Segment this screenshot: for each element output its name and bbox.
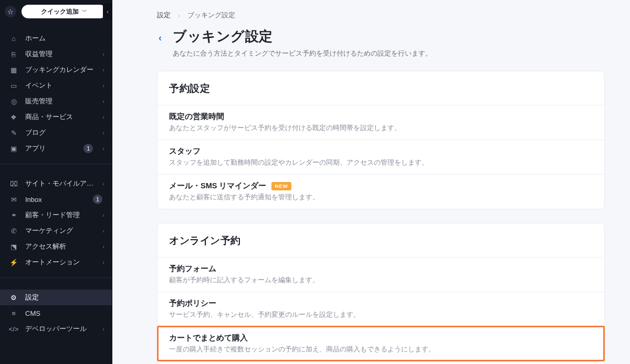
home-icon: ⌂ xyxy=(9,34,18,42)
chevron-left-icon: ‹ xyxy=(159,33,162,43)
chevron-down-icon: ﹀ xyxy=(82,8,87,15)
sales-icon: ◎ xyxy=(9,97,18,105)
ticket-icon: ▭ xyxy=(9,81,18,90)
chevron-right-icon: › xyxy=(178,12,180,19)
chevron-right-icon: › xyxy=(102,228,104,234)
chevron-left-icon: ‹ xyxy=(107,8,109,15)
breadcrumb-current: ブッキング設定 xyxy=(187,10,235,20)
chart-icon: ⬔ xyxy=(9,242,18,251)
sidebar-collapse-button[interactable]: ‹ xyxy=(103,3,112,20)
sidebar-item-label: ブログ xyxy=(25,128,95,137)
breadcrumb: 設定 › ブッキング設定 xyxy=(157,10,605,20)
sidebar-item-sales[interactable]: ◎販売管理› xyxy=(0,93,112,109)
code-icon: </> xyxy=(9,325,18,333)
sidebar-item-label: ブッキングカレンダー xyxy=(25,65,95,74)
sidebar-item-label: 商品・サービス xyxy=(25,112,95,122)
settings-card: 予約設定既定の営業時間あなたとスタッフがサービス予約を受け付ける既定の時間帯を設… xyxy=(157,71,605,209)
sidebar-item-automation[interactable]: ⚡オートメーション› xyxy=(0,254,112,270)
chevron-right-icon: › xyxy=(102,82,104,89)
card-title: 予約設定 xyxy=(158,71,604,105)
settings-row-title: メール・SMS リマインダーNEW xyxy=(169,181,593,191)
sidebar-item-label: アクセス解析 xyxy=(25,242,95,251)
settings-row-title: スタッフ xyxy=(169,146,593,156)
breadcrumb-root[interactable]: 設定 xyxy=(157,10,171,20)
sidebar-item-booking-cal[interactable]: ▦ブッキングカレンダー› xyxy=(0,62,112,78)
sidebar-item-site-mobile[interactable]: ⌧サイト・モバイルアプリ› xyxy=(0,176,112,191)
sidebar-item-crm[interactable]: ⚭顧客・リード管理› xyxy=(0,207,112,223)
sidebar-item-label: マーケティング xyxy=(25,226,95,235)
sidebar-item-label: オートメーション xyxy=(25,258,95,267)
sidebar-item-cms[interactable]: ≡CMS xyxy=(0,305,112,321)
quick-add-button[interactable]: クイック追加 ﹀ xyxy=(22,5,107,18)
settings-row-title: 既定の営業時間 xyxy=(169,112,593,122)
settings-row-desc: サービス予約、キャンセル、予約変更のルールを設定します。 xyxy=(169,311,593,319)
sidebar-section-system: ⚙設定≡CMS</>デベロッパーツール› xyxy=(0,282,112,340)
chevron-right-icon: › xyxy=(102,114,104,120)
sidebar-item-catalog[interactable]: ❖商品・サービス› xyxy=(0,109,112,125)
settings-row[interactable]: 予約フォーム顧客が予約時に記入するフォームを編集します。 xyxy=(158,257,604,292)
chevron-right-icon: › xyxy=(102,130,104,136)
sidebar: ‹ ☆ クイック追加 ﹀ ⌂ホーム⎘収益管理›▦ブッキングカレンダー›▭イベント… xyxy=(0,0,112,364)
sidebar-item-label: 設定 xyxy=(25,293,104,302)
settings-row-title: 予約フォーム xyxy=(169,264,593,274)
settings-row[interactable]: スタッフスタッフを追加して勤務時間の設定やカレンダーの同期、アクセスの管理をしま… xyxy=(158,140,604,174)
sidebar-section-main: ⌂ホーム⎘収益管理›▦ブッキングカレンダー›▭イベント›◎販売管理›❖商品・サー… xyxy=(0,23,112,159)
chevron-right-icon: › xyxy=(102,180,104,187)
settings-row[interactable]: 既定の営業時間あなたとスタッフがサービス予約を受け付ける既定の時間帯を設定します… xyxy=(158,105,604,140)
chevron-right-icon: › xyxy=(102,259,104,265)
sidebar-top: ☆ クイック追加 ﹀ xyxy=(0,0,112,23)
blog-icon: ✎ xyxy=(9,129,18,137)
chevron-right-icon: › xyxy=(102,51,104,57)
sidebar-item-label: アプリ xyxy=(25,144,76,153)
main-content: 設定 › ブッキング設定 ‹ ブッキング設定 あなたに合う方法とタイミングでサー… xyxy=(112,0,630,364)
sidebar-item-revenue[interactable]: ⎘収益管理› xyxy=(0,46,112,62)
sidebar-item-apps[interactable]: ▣アプリ1› xyxy=(0,141,112,156)
people-icon: ⚭ xyxy=(9,211,18,219)
apps-icon: ▣ xyxy=(9,144,18,153)
back-button[interactable]: ‹ xyxy=(157,33,163,44)
sidebar-item-settings[interactable]: ⚙設定 xyxy=(0,290,112,305)
sidebar-badge: 1 xyxy=(93,195,102,204)
sidebar-divider xyxy=(0,164,112,164)
sidebar-item-label: 販売管理 xyxy=(25,97,95,106)
sidebar-item-analytics[interactable]: ⬔アクセス解析› xyxy=(0,239,112,254)
devices-icon: ⌧ xyxy=(9,179,18,188)
sidebar-item-label: イベント xyxy=(25,81,95,90)
revenue-icon: ⎘ xyxy=(9,50,18,58)
sidebar-item-home[interactable]: ⌂ホーム xyxy=(0,30,112,46)
sidebar-badge: 1 xyxy=(83,144,93,153)
chevron-right-icon: › xyxy=(102,67,104,73)
sidebar-item-label: 収益管理 xyxy=(25,49,95,59)
sidebar-item-label: ホーム xyxy=(25,34,104,43)
sidebar-item-devtools[interactable]: </>デベロッパーツール› xyxy=(0,321,112,337)
page-description: あなたに合う方法とタイミングでサービス予約を受け付けるための設定を行います。 xyxy=(173,49,432,58)
sidebar-item-marketing[interactable]: ✆マーケティング› xyxy=(0,223,112,239)
settings-row[interactable]: 複数サービスの同時予約顧客が一度の予約で複数のサービスを予約できるようにします。 xyxy=(158,361,604,364)
settings-row[interactable]: メール・SMS リマインダーNEWあなたと顧客に送信する予約通知を管理します。 xyxy=(158,174,604,209)
chevron-right-icon: › xyxy=(102,243,104,250)
sidebar-item-events[interactable]: ▭イベント› xyxy=(0,78,112,93)
settings-row-desc: 顧客が予約時に記入するフォームを編集します。 xyxy=(169,276,593,285)
bolt-icon: ⚡ xyxy=(9,258,18,266)
megaphone-icon: ✆ xyxy=(9,227,18,235)
star-icon: ☆ xyxy=(7,8,14,16)
page-title: ブッキング設定 xyxy=(173,27,432,46)
settings-row[interactable]: カートでまとめて購入一度の購入手続きで複数セッションの予約に加え、商品の購入もで… xyxy=(158,326,604,361)
sidebar-item-label: Inbox xyxy=(25,196,86,204)
sidebar-item-label: 顧客・リード管理 xyxy=(25,210,95,220)
settings-card: オンライン予約予約フォーム顧客が予約時に記入するフォームを編集します。予約ポリシ… xyxy=(157,223,605,364)
sidebar-item-inbox[interactable]: ✉Inbox1 xyxy=(0,191,112,207)
sidebar-section-manage: ⌧サイト・モバイルアプリ›✉Inbox1⚭顧客・リード管理›✆マーケティング›⬔… xyxy=(0,168,112,273)
settings-row-desc: あなたと顧客に送信する予約通知を管理します。 xyxy=(169,193,593,202)
sidebar-divider xyxy=(0,277,112,278)
inbox-icon: ✉ xyxy=(9,195,18,204)
quick-add-label: クイック追加 xyxy=(41,7,79,16)
settings-row-desc: あなたとスタッフがサービス予約を受け付ける既定の時間帯を設定します。 xyxy=(169,124,593,133)
settings-row[interactable]: 予約ポリシーサービス予約、キャンセル、予約変更のルールを設定します。 xyxy=(158,292,604,326)
settings-row-title: カートでまとめて購入 xyxy=(169,333,593,343)
favorite-button[interactable]: ☆ xyxy=(5,6,16,17)
sidebar-item-label: CMS xyxy=(25,309,104,317)
chevron-right-icon: › xyxy=(102,145,104,152)
settings-row-desc: 一度の購入手続きで複数セッションの予約に加え、商品の購入もできるようにします。 xyxy=(169,345,593,354)
sidebar-item-blog[interactable]: ✎ブログ› xyxy=(0,125,112,141)
